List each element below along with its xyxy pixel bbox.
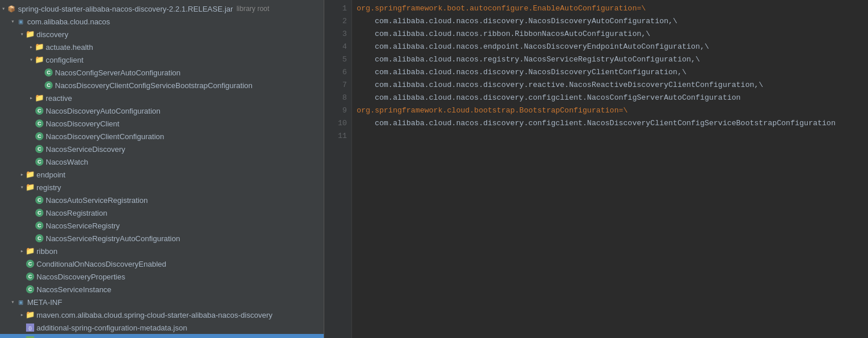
class-icon: C xyxy=(25,285,35,294)
package-icon: ▣ xyxy=(16,297,25,307)
tree-item-ribbon[interactable]: ▸📁ribbon xyxy=(0,245,324,257)
line-number: 9 xyxy=(329,104,347,117)
tree-item-actuate-health[interactable]: ▸📁actuate.health xyxy=(0,41,324,53)
tree-item-configclient[interactable]: ▾📁configclient xyxy=(0,53,324,66)
factories-icon: F xyxy=(25,336,35,338)
code-token: com.alibaba.cloud.nacos.registry.NacosSe… xyxy=(357,55,700,64)
code-token: com.alibaba.cloud.nacos.endpoint.NacosDi… xyxy=(357,42,709,51)
tree-label: NacosDiscoveryClient xyxy=(46,119,119,128)
tree-label: NacosDiscoveryClientConfiguration xyxy=(46,132,164,141)
chevron-right-icon: ▸ xyxy=(19,248,25,255)
tree-item-NacosConfigServerAutoConfiguration[interactable]: CNacosConfigServerAutoConfiguration xyxy=(0,66,324,79)
tree-item-NacosServiceInstance[interactable]: CNacosServiceInstance xyxy=(0,283,324,296)
chevron-right-icon: ▸ xyxy=(28,95,35,101)
folder-icon: 📁 xyxy=(25,30,35,39)
code-line: com.alibaba.cloud.nacos.ribbon.RibbonNac… xyxy=(357,28,863,41)
tree-label: maven.com.alibaba.cloud.spring-cloud-sta… xyxy=(36,311,273,319)
tree-item-META-INF[interactable]: ▾▣META-INF xyxy=(0,296,324,308)
tree-label: configclient xyxy=(46,56,83,64)
tree-label: com.alibaba.cloud.nacos xyxy=(27,17,110,26)
tree-label: NacosServiceRegistryAutoConfiguration xyxy=(46,234,180,243)
line-number: 5 xyxy=(329,53,347,66)
tree-item-NacosDiscoveryClientConfigServiceBootstrapConfiguration[interactable]: CNacosDiscoveryClientConfigServiceBootst… xyxy=(0,79,324,92)
code-token: com.alibaba.cloud.nacos.discovery.NacosD… xyxy=(357,17,677,26)
class-icon: C xyxy=(25,272,35,281)
tree-label: META-INF xyxy=(27,298,62,307)
code-token: com.alibaba.cloud.nacos.discovery.NacosD… xyxy=(357,68,687,77)
tree-label: ConditionalOnNacosDiscoveryEnabled xyxy=(36,260,166,268)
class-icon: C xyxy=(35,195,44,205)
tree-label: registry xyxy=(36,183,61,192)
line-number: 10 xyxy=(329,117,347,130)
tree-label: endpoint xyxy=(36,170,65,179)
folder-icon: 📁 xyxy=(35,55,44,64)
line-number: 4 xyxy=(329,41,347,53)
code-token: com.alibaba.cloud.nacos.discovery.config… xyxy=(357,93,741,102)
line-number: 7 xyxy=(329,79,347,92)
jar-icon: 📦 xyxy=(7,4,16,13)
tree-item-com-alibaba-cloud-nacos[interactable]: ▾▣com.alibaba.cloud.nacos xyxy=(0,15,324,28)
code-line: com.alibaba.cloud.nacos.endpoint.NacosDi… xyxy=(357,41,863,53)
chevron-right-icon: ▸ xyxy=(19,311,25,318)
code-token: com.alibaba.cloud.nacos.discovery.reacti… xyxy=(357,81,763,89)
tree-item-reactive[interactable]: ▸📁reactive xyxy=(0,92,324,104)
code-token: com.alibaba.cloud.nacos.discovery.config… xyxy=(357,119,836,128)
tree-item-NacosDiscoveryClientConfiguration[interactable]: CNacosDiscoveryClientConfiguration xyxy=(0,130,324,143)
tree-item-endpoint[interactable]: ▸📁endpoint xyxy=(0,168,324,181)
tree-label: additional-spring-configuration-metadata… xyxy=(36,324,187,332)
class-icon: C xyxy=(35,119,44,128)
tree-item-jar-root[interactable]: ▾📦spring-cloud-starter-alibaba-nacos-dis… xyxy=(0,2,324,15)
class-icon: C xyxy=(44,68,53,77)
tree-label: ribbon xyxy=(36,247,57,256)
tree-item-additional-spring-configuration-metadata-json[interactable]: {}additional-spring-configuration-metada… xyxy=(0,321,324,334)
tree-item-NacosDiscoveryAutoConfiguration[interactable]: CNacosDiscoveryAutoConfiguration xyxy=(0,104,324,117)
class-icon: C xyxy=(35,144,44,154)
tree-item-ConditionalOnNacosDiscoveryEnabled[interactable]: CConditionalOnNacosDiscoveryEnabled xyxy=(0,257,324,270)
tree-item-NacosServiceRegistryAutoConfiguration[interactable]: CNacosServiceRegistryAutoConfiguration xyxy=(0,232,324,245)
tree-item-NacosServiceRegistry[interactable]: CNacosServiceRegistry xyxy=(0,219,324,232)
tree-label: NacosRegistration xyxy=(46,209,107,217)
line-number: 6 xyxy=(329,66,347,79)
tree-label: NacosWatch xyxy=(46,158,88,166)
code-area: 1234567891011 org.springframework.boot.a… xyxy=(324,0,868,338)
tree-label: actuate.health xyxy=(46,43,93,52)
code-line: com.alibaba.cloud.nacos.registry.NacosSe… xyxy=(357,53,863,66)
tree-item-NacosDiscoveryClient[interactable]: CNacosDiscoveryClient xyxy=(0,117,324,130)
file-tree: ▾📦spring-cloud-starter-alibaba-nacos-dis… xyxy=(0,0,324,338)
code-line: org.springframework.boot.autoconfigure.E… xyxy=(357,2,863,15)
folder-icon: 📁 xyxy=(25,246,35,256)
class-icon: C xyxy=(35,132,44,141)
tree-label: NacosServiceRegistry xyxy=(46,221,120,230)
tree-label-secondary: library root xyxy=(236,5,269,13)
line-number: 8 xyxy=(329,92,347,104)
tree-item-discovery[interactable]: ▾📁discovery xyxy=(0,28,324,41)
tree-item-NacosServiceDiscovery[interactable]: CNacosServiceDiscovery xyxy=(0,143,324,155)
tree-label: NacosDiscoveryAutoConfiguration xyxy=(46,107,160,115)
chevron-down-icon: ▾ xyxy=(9,299,16,306)
code-content: org.springframework.boot.autoconfigure.E… xyxy=(352,0,868,338)
tree-label: reactive xyxy=(46,94,72,103)
code-line: com.alibaba.cloud.nacos.discovery.config… xyxy=(357,117,863,130)
folder-icon: 📁 xyxy=(25,310,35,319)
class-icon: C xyxy=(35,208,44,217)
folder-icon: 📁 xyxy=(25,170,35,179)
folder-icon: 📁 xyxy=(35,42,44,52)
tree-item-NacosRegistration[interactable]: CNacosRegistration xyxy=(0,206,324,219)
tree-item-NacosAutoServiceRegistration[interactable]: CNacosAutoServiceRegistration xyxy=(0,194,324,206)
class-icon: C xyxy=(44,81,53,90)
code-token: org.springframework.cloud.bootstrap.Boot… xyxy=(357,106,628,115)
chevron-down-icon: ▾ xyxy=(9,18,16,25)
chevron-down-icon: ▾ xyxy=(0,5,7,12)
tree-item-NacosDiscoveryProperties[interactable]: CNacosDiscoveryProperties xyxy=(0,270,324,283)
tree-item-NacosWatch[interactable]: CNacosWatch xyxy=(0,155,324,168)
tree-label: NacosServiceInstance xyxy=(36,285,111,294)
line-number: 1 xyxy=(329,2,347,15)
tree-label: spring-cloud-starter-alibaba-nacos-disco… xyxy=(18,5,233,13)
tree-item-maven-group[interactable]: ▸📁maven.com.alibaba.cloud.spring-cloud-s… xyxy=(0,308,324,321)
tree-item-spring-factories[interactable]: Fspring.factories xyxy=(0,334,324,338)
tree-item-registry[interactable]: ▾📁registry xyxy=(0,181,324,194)
tree-label: NacosConfigServerAutoConfiguration xyxy=(55,68,181,77)
line-number: 3 xyxy=(329,28,347,41)
tree-label: NacosAutoServiceRegistration xyxy=(46,196,148,205)
package-icon: ▣ xyxy=(16,17,25,26)
